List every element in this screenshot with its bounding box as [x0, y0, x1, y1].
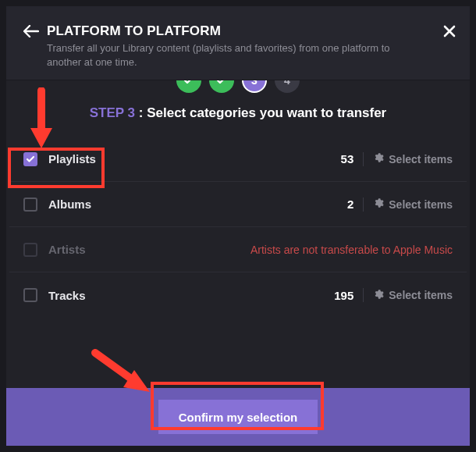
modal-subtitle: Transfer all your Library content (playl… [47, 41, 406, 69]
category-row-artists: Artists Artists are not transferable to … [9, 227, 467, 272]
divider [363, 152, 364, 166]
select-items-playlists[interactable]: Select items [373, 152, 453, 165]
modal-title: PLATFORM TO PLATFORM [47, 23, 454, 39]
category-count: 2 [347, 198, 353, 211]
header-titles: PLATFORM TO PLATFORM Transfer all your L… [47, 23, 454, 69]
category-row-albums: Albums 2 Select items [9, 182, 467, 227]
select-items-label: Select items [389, 289, 453, 301]
category-label: Playlists [48, 152, 341, 165]
category-label: Tracks [48, 289, 334, 302]
checkbox-albums[interactable] [23, 198, 37, 212]
category-list: Playlists 53 Select items Albums 2 Selec… [6, 137, 470, 318]
modal-footer: Confirm my selection [6, 388, 470, 446]
checkbox-artists [23, 243, 37, 257]
category-label: Artists [48, 243, 250, 256]
select-items-label: Select items [389, 153, 453, 165]
select-items-albums[interactable]: Select items [373, 198, 453, 211]
step-number-label: STEP 3 [90, 105, 135, 120]
checkbox-playlists[interactable] [23, 152, 37, 166]
category-label: Albums [48, 198, 347, 211]
checkbox-tracks[interactable] [23, 288, 37, 302]
confirm-selection-button[interactable]: Confirm my selection [158, 400, 318, 434]
category-error: Artists are not transferable to Apple Mu… [250, 244, 453, 256]
transfer-modal: PLATFORM TO PLATFORM Transfer all your L… [6, 6, 470, 446]
step-title: STEP 3 : Select categories you want to t… [6, 105, 470, 121]
back-arrow-icon[interactable] [23, 25, 39, 41]
close-icon[interactable] [443, 25, 456, 41]
category-count: 195 [334, 289, 353, 302]
select-items-tracks[interactable]: Select items [373, 289, 453, 302]
category-row-tracks: Tracks 195 Select items [9, 272, 467, 318]
category-count: 53 [341, 152, 354, 165]
gear-icon [373, 152, 384, 165]
step-description: : Select categories you want to transfer [135, 105, 386, 120]
gear-icon [373, 198, 384, 211]
category-row-playlists: Playlists 53 Select items [9, 137, 467, 182]
divider [363, 198, 364, 212]
divider [363, 288, 364, 302]
gear-icon [373, 289, 384, 302]
modal-header: PLATFORM TO PLATFORM Transfer all your L… [6, 6, 470, 80]
select-items-label: Select items [389, 198, 453, 211]
